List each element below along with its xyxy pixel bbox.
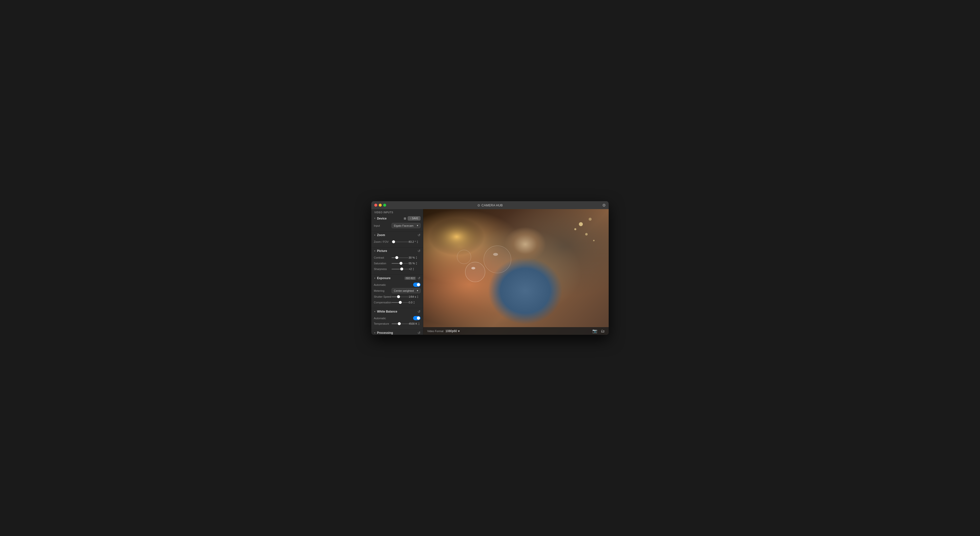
sharpness-slider-thumb[interactable]: [400, 268, 403, 271]
processing-reset-button[interactable]: ↺: [418, 331, 420, 335]
sharpness-decrement[interactable]: ▼: [413, 269, 414, 271]
contrast-increment[interactable]: ▲: [415, 256, 417, 258]
zoom-reset-button[interactable]: ↺: [418, 233, 420, 237]
wb-section-header[interactable]: ▼ White Balance ↺: [371, 308, 423, 315]
wb-chevron-icon: ▼: [374, 311, 376, 313]
temperature-stepper[interactable]: ▲ ▼: [418, 322, 420, 325]
exposure-auto-toggle[interactable]: [413, 282, 420, 287]
picture-label: Picture: [377, 249, 387, 253]
compensation-decrement[interactable]: ▼: [413, 302, 415, 304]
compensation-increment[interactable]: ▲: [413, 301, 415, 302]
picture-section-header[interactable]: ▼ Picture ↺: [371, 247, 423, 254]
wb-content: Automatic Temperature: [371, 315, 423, 329]
fov-decrement[interactable]: ▼: [417, 242, 418, 244]
compensation-label: Compensation: [374, 301, 391, 304]
temperature-slider-thumb[interactable]: [398, 322, 401, 325]
wb-reset-button[interactable]: ↺: [418, 309, 420, 314]
metering-chevron-icon: ▾: [417, 289, 418, 292]
saturation-increment[interactable]: ▲: [415, 262, 417, 263]
fov-slider-track: [391, 241, 409, 242]
wb-header-right: ↺: [418, 309, 420, 314]
shutter-increment[interactable]: ▲: [417, 295, 418, 297]
shutter-slider[interactable]: [391, 295, 409, 299]
exposure-reset-button[interactable]: ↺: [418, 276, 420, 280]
maximize-button[interactable]: [383, 204, 386, 207]
sharpness-increment[interactable]: ▲: [413, 267, 414, 269]
exposure-auto-row: Automatic: [374, 282, 420, 287]
contrast-slider[interactable]: [391, 255, 409, 260]
fov-slider-thumb[interactable]: [392, 240, 395, 243]
folder-button[interactable]: 🗂: [601, 329, 605, 333]
temperature-increment[interactable]: ▲: [418, 322, 420, 324]
device-section: ▼ Device ⊞ ↑ SAVE Input: [371, 215, 423, 231]
metering-value: Center-weighted: [394, 289, 414, 292]
settings-icon[interactable]: ⚙: [602, 203, 606, 207]
metering-label: Metering: [374, 289, 391, 292]
shutter-decrement[interactable]: ▼: [417, 297, 418, 298]
saturation-slider-thumb[interactable]: [399, 262, 402, 265]
shutter-slider-track: [391, 297, 409, 297]
fov-value: 83.2 ° ▲ ▼: [409, 240, 420, 244]
compensation-stepper[interactable]: ▲ ▼: [413, 301, 415, 304]
main-content: VIDEO INPUTS ▼ Device ⊞ ↑ SAVE: [371, 209, 609, 335]
device-section-header[interactable]: ▼ Device ⊞ ↑ SAVE: [371, 215, 423, 222]
compensation-slider-track: [391, 302, 409, 303]
temperature-decrement[interactable]: ▼: [418, 324, 420, 325]
saturation-decrement[interactable]: ▼: [415, 263, 417, 265]
exposure-auto-label: Automatic: [374, 283, 413, 286]
screenshot-button[interactable]: 📷: [592, 329, 597, 333]
chevron-down-icon: ▾: [417, 224, 418, 227]
contrast-slider-thumb[interactable]: [395, 256, 398, 259]
wb-auto-toggle[interactable]: [413, 316, 420, 320]
save-button[interactable]: ↑ SAVE: [408, 216, 420, 220]
save-icon: ↑: [410, 217, 411, 220]
saturation-slider[interactable]: [391, 261, 409, 265]
window-title: ⊙ CAMERA HUB: [477, 203, 503, 207]
input-dropdown[interactable]: Elgato Facecam ▾: [391, 223, 420, 228]
fov-increment[interactable]: ▲: [417, 240, 418, 242]
fov-slider[interactable]: [391, 239, 409, 244]
metering-dropdown[interactable]: Center-weighted ▾: [391, 288, 420, 293]
zoom-header-left: ▼ Zoom: [374, 233, 385, 237]
contrast-label: Contrast: [374, 256, 391, 259]
processing-section-header[interactable]: ▼ Processing ↺: [371, 329, 423, 335]
video-format-value: 1080p60: [445, 329, 457, 333]
sidebar-header: VIDEO INPUTS: [371, 209, 423, 215]
exposure-section-header[interactable]: ▼ Exposure ISO 822 ↺: [371, 275, 423, 282]
exposure-header-right: ISO 822 ↺: [404, 276, 420, 280]
zoom-section-header[interactable]: ▼ Zoom ↺: [371, 231, 423, 239]
saturation-stepper[interactable]: ▲ ▼: [415, 262, 417, 265]
contrast-slider-track: [391, 257, 409, 258]
sharpness-slider[interactable]: [391, 267, 409, 271]
zoom-header-right: ↺: [418, 233, 420, 237]
exposure-auto-knob: [417, 283, 420, 286]
device-multiview-icon[interactable]: ⊞: [404, 217, 406, 220]
compensation-slider-thumb[interactable]: [399, 301, 402, 304]
fov-stepper[interactable]: ▲ ▼: [417, 240, 418, 244]
temperature-label: Temperature: [374, 322, 391, 325]
picture-header-right: ↺: [418, 249, 420, 253]
minimize-button[interactable]: [379, 204, 382, 207]
picture-reset-button[interactable]: ↺: [418, 249, 420, 253]
compensation-slider[interactable]: [391, 300, 409, 305]
video-format-dropdown[interactable]: 1080p60 ▾: [445, 329, 460, 333]
device-header-right: ⊞ ↑ SAVE: [404, 216, 420, 220]
contrast-decrement[interactable]: ▼: [415, 258, 417, 259]
exposure-content: Automatic Metering Center-weighted ▾: [371, 282, 423, 308]
zoom-section: ▼ Zoom ↺ Zoom / FOV: [371, 231, 423, 247]
shutter-slider-thumb[interactable]: [397, 295, 400, 298]
temperature-slider[interactable]: [391, 321, 409, 326]
close-button[interactable]: [374, 204, 377, 207]
person-overlay: [423, 209, 609, 335]
sharpness-stepper[interactable]: ▲ ▼: [413, 267, 414, 271]
contrast-stepper[interactable]: ▲ ▼: [415, 256, 417, 259]
temperature-slider-track: [391, 324, 409, 324]
picture-section: ▼ Picture ↺ Contrast: [371, 247, 423, 275]
shutter-row: Shutter Speed 1/64 s ▲ ▼: [374, 295, 420, 299]
wb-auto-knob: [417, 316, 420, 320]
video-format-label: Video Format: [427, 330, 444, 333]
shutter-stepper[interactable]: ▲ ▼: [417, 295, 418, 298]
video-area: ◧: [423, 209, 609, 335]
wb-auto-label: Automatic: [374, 317, 413, 320]
exposure-section: ▼ Exposure ISO 822 ↺ Automatic: [371, 275, 423, 308]
